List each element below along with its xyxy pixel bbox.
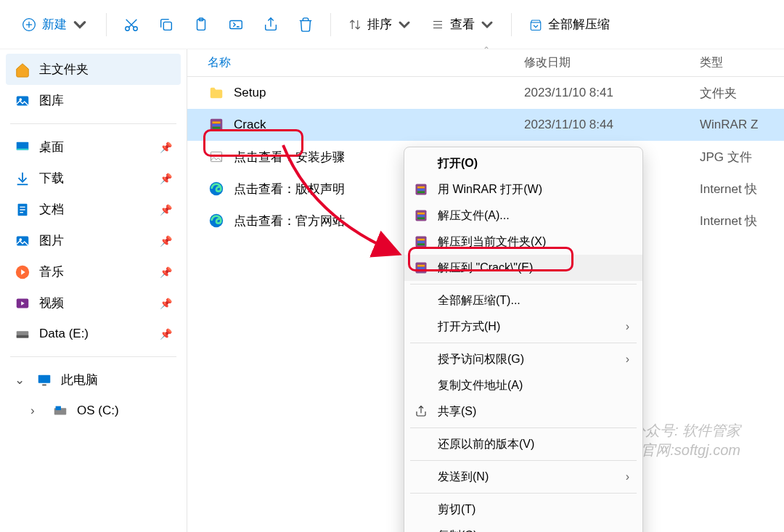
sidebar-item-data-e[interactable]: Data (E:) 📌 [6, 319, 181, 349]
sidebar-item-documents[interactable]: 文档 📌 [6, 194, 181, 225]
svg-rect-57 [417, 244, 425, 246]
new-button[interactable]: 新建 [12, 10, 97, 38]
winrar-icon [208, 116, 225, 134]
pin-icon: 📌 [160, 298, 172, 309]
ctx-open-winrar[interactable]: 用 WinRAR 打开(W) [404, 176, 642, 202]
svg-rect-37 [56, 406, 61, 411]
ctx-restore[interactable]: 还原以前的版本(V) [404, 431, 642, 457]
edge-icon [208, 212, 225, 229]
ctx-extract-all[interactable]: 全部解压缩(T)... [404, 287, 642, 314]
drag-handle[interactable]: ⌃ [483, 45, 489, 55]
sidebar-item-label: 桌面 [39, 139, 64, 155]
sidebar-item-desktop[interactable]: 桌面 📌 [6, 131, 181, 163]
sidebar-item-this-pc[interactable]: ⌄ 此电脑 [6, 364, 181, 396]
sort-icon [348, 18, 362, 31]
ctx-share[interactable]: 共享(S) [404, 398, 642, 425]
cut-button[interactable] [115, 9, 147, 41]
svg-rect-7 [163, 22, 171, 30]
sort-button[interactable]: 排序 [340, 10, 420, 38]
sidebar-item-os-c[interactable]: › OS (C:) [6, 396, 181, 426]
sidebar-item-pictures[interactable]: 图片 📌 [6, 225, 181, 256]
svg-rect-61 [417, 270, 425, 272]
svg-rect-40 [213, 124, 221, 126]
sidebar-item-label: 文档 [39, 201, 64, 218]
pc-icon [36, 372, 52, 388]
ctx-extract-to[interactable]: 解压到 "Crack\"(E) [404, 255, 642, 281]
column-type[interactable]: 类型 [700, 55, 723, 70]
column-name[interactable]: 名称 [208, 55, 524, 70]
chevron-right-icon: › [626, 353, 629, 366]
sidebar-item-label: 下载 [39, 170, 64, 187]
edge-icon [208, 180, 225, 197]
separator [330, 13, 331, 36]
file-name: Setup [234, 86, 524, 100]
file-type: WinRAR Z [700, 118, 758, 132]
chevron-down-icon [73, 17, 87, 32]
sidebar-item-label: 此电脑 [61, 372, 98, 388]
context-menu: 打开(O) 用 WinRAR 打开(W) 解压文件(A)... 解压到当前文件夹… [404, 147, 643, 532]
svg-rect-55 [417, 239, 425, 241]
extract-all-button[interactable]: 全部解压缩 [520, 10, 618, 38]
pin-icon: 📌 [160, 235, 172, 247]
rename-button[interactable] [220, 9, 252, 41]
drive-icon [15, 326, 30, 342]
svg-rect-52 [417, 215, 425, 217]
share-button[interactable] [255, 9, 287, 41]
sidebar-item-downloads[interactable]: 下载 📌 [6, 163, 181, 194]
separator [10, 123, 176, 124]
separator [410, 493, 637, 494]
pin-icon: 📌 [160, 204, 172, 216]
separator [10, 356, 176, 357]
folder-icon [208, 84, 225, 102]
svg-rect-34 [38, 375, 51, 382]
file-type: JPG 文件 [700, 149, 752, 165]
ctx-grant-access[interactable]: 授予访问权限(G)› [404, 346, 642, 372]
videos-icon [15, 295, 30, 311]
svg-rect-35 [42, 384, 46, 385]
sort-label: 排序 [367, 16, 392, 33]
music-icon [15, 264, 30, 280]
share-icon [413, 404, 429, 420]
column-date[interactable]: 修改日期 [524, 55, 700, 70]
chevron-right-icon: › [626, 470, 629, 483]
ctx-send-to[interactable]: 发送到(N)› [404, 464, 642, 490]
file-row[interactable]: Setup 2023/11/10 8:41 文件夹 [187, 77, 784, 109]
view-button[interactable]: 查看 [422, 10, 502, 38]
documents-icon [15, 202, 30, 218]
plus-circle-icon [22, 17, 36, 32]
file-row[interactable]: Crack 2023/11/10 8:44 WinRAR Z [187, 109, 784, 141]
ctx-open[interactable]: 打开(O) [404, 150, 642, 176]
file-date: 2023/11/10 8:41 [524, 86, 700, 100]
chevron-right-icon: › [30, 404, 39, 418]
paste-button[interactable] [185, 9, 217, 41]
ctx-copy[interactable]: 复制(C) [404, 523, 642, 532]
ctx-extract-files[interactable]: 解压文件(A)... [404, 202, 642, 229]
pin-icon: 📌 [160, 142, 172, 153]
svg-rect-21 [17, 148, 29, 150]
sidebar-item-music[interactable]: 音乐 📌 [6, 256, 181, 287]
view-label: 查看 [450, 16, 475, 33]
separator [410, 460, 637, 461]
ctx-cut[interactable]: 剪切(T) [404, 496, 642, 523]
sidebar-item-gallery[interactable]: 图库 [6, 85, 181, 116]
drive-icon [52, 403, 68, 419]
ctx-open-with[interactable]: 打开方式(H)› [404, 314, 642, 340]
sidebar-item-videos[interactable]: 视频 📌 [6, 287, 181, 319]
file-type: Internet 快 [700, 181, 757, 197]
copy-button[interactable] [150, 9, 182, 41]
separator [511, 13, 512, 36]
pictures-icon [15, 233, 30, 249]
ctx-copy-path[interactable]: 复制文件地址(A) [404, 372, 642, 398]
sidebar-item-label: Data (E:) [39, 327, 89, 341]
file-type: Internet 快 [700, 213, 757, 229]
sidebar-item-label: 图片 [39, 232, 64, 249]
file-name: Crack [234, 118, 524, 132]
desktop-icon [15, 139, 30, 155]
extract-all-icon [529, 18, 542, 31]
sidebar-item-label: 主文件夹 [39, 61, 89, 78]
ctx-extract-here[interactable]: 解压到当前文件夹(X) [404, 229, 642, 255]
delete-button[interactable] [290, 9, 322, 41]
chevron-right-icon: › [626, 320, 629, 333]
view-icon [431, 18, 444, 31]
sidebar-item-home[interactable]: 主文件夹 [6, 54, 181, 85]
